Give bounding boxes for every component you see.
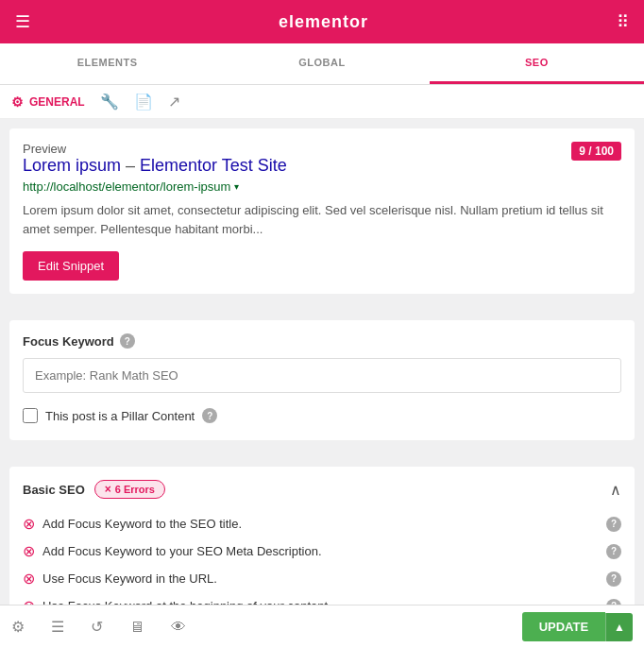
layers-icon[interactable]: ☰	[51, 618, 64, 636]
gear-icon: ⚙	[11, 94, 24, 110]
seo-item-3-help-icon[interactable]: ?	[606, 571, 621, 587]
tab-elements[interactable]: ELEMENTS	[0, 43, 214, 84]
logo: elementor	[279, 12, 368, 32]
bottom-toolbar: ⚙ ☰ ↺ 🖥 👁 UPDATE ▲	[0, 605, 644, 648]
errors-badge-x-icon: ×	[105, 483, 111, 496]
seo-error-item-2: ⊗ Add Focus Keyword to your SEO Meta Des…	[23, 537, 621, 565]
preview-url-chevron-icon[interactable]: ▾	[234, 181, 239, 192]
wrench-icon[interactable]: 🔧	[100, 93, 119, 111]
seo-item-2-help-icon[interactable]: ?	[606, 544, 621, 559]
update-button[interactable]: UPDATE	[522, 612, 605, 641]
edit-snippet-button[interactable]: Edit Snippet	[23, 251, 119, 281]
pillar-content-checkbox[interactable]	[23, 408, 38, 423]
main-tabs: ELEMENTS GLOBAL SEO	[0, 43, 644, 85]
preview-score: 9 / 100	[571, 142, 621, 161]
subtab-general[interactable]: ⚙ GENERAL	[11, 94, 85, 110]
seo-error-text-2: Add Focus Keyword to your SEO Meta Descr…	[42, 544, 599, 558]
preview-title-part1: Lorem ipsum	[23, 156, 121, 175]
top-header: ☰ elementor ⠿	[0, 0, 644, 43]
settings-icon[interactable]: ⚙	[11, 618, 25, 636]
preview-section: Preview 9 / 100 Lorem ipsum – Elementor …	[9, 128, 635, 294]
preview-url: http://localhost/elementor/lorem-ipsum	[23, 179, 230, 194]
focus-keyword-label: Focus Keyword ?	[23, 333, 621, 349]
basic-seo-header: Basic SEO × 6 Errors ∧	[23, 480, 621, 499]
seo-error-item-1: ⊗ Add Focus Keyword to the SEO title. ?	[23, 510, 621, 537]
share-icon[interactable]: ↗	[168, 93, 180, 111]
focus-keyword-help-icon[interactable]: ?	[120, 333, 135, 349]
tab-global[interactable]: GLOBAL	[214, 43, 429, 84]
pillar-content-row: This post is a Pillar Content ?	[23, 404, 621, 427]
basic-seo-left: Basic SEO × 6 Errors	[23, 480, 165, 499]
focus-keyword-section: Focus Keyword ? This post is a Pillar Co…	[9, 320, 635, 440]
seo-item-1-help-icon[interactable]: ?	[606, 517, 621, 532]
document-icon[interactable]: 📄	[134, 93, 153, 111]
preview-description: Lorem ipsum dolor sit amet, consectetur …	[23, 201, 621, 238]
errors-badge: × 6 Errors	[94, 480, 165, 499]
focus-keyword-input[interactable]	[23, 358, 621, 393]
errors-badge-count: 6 Errors	[115, 484, 155, 495]
update-arrow-button[interactable]: ▲	[605, 613, 633, 641]
history-icon[interactable]: ↺	[91, 618, 103, 636]
grid-icon[interactable]: ⠿	[617, 11, 629, 32]
preview-icon[interactable]: 👁	[171, 619, 186, 636]
pillar-content-help-icon[interactable]: ?	[202, 408, 217, 423]
tab-seo[interactable]: SEO	[430, 43, 644, 84]
subtab-general-label: GENERAL	[29, 95, 85, 109]
desktop-icon[interactable]: 🖥	[129, 619, 144, 636]
error-icon-3: ⊗	[23, 570, 35, 588]
update-btn-group: UPDATE ▲	[522, 612, 633, 641]
error-icon-1: ⊗	[23, 515, 35, 533]
divider-2	[0, 450, 644, 457]
collapse-icon[interactable]: ∧	[610, 481, 621, 499]
subtab-row: ⚙ GENERAL 🔧 📄 ↗	[0, 85, 644, 119]
seo-error-text-1: Add Focus Keyword to the SEO title.	[42, 517, 599, 531]
error-icon-2: ⊗	[23, 542, 35, 560]
pillar-content-label: This post is a Pillar Content	[45, 409, 195, 423]
preview-title: Lorem ipsum – Elementor Test Site	[23, 156, 621, 176]
bottom-icons: ⚙ ☰ ↺ 🖥 👁	[11, 618, 186, 636]
basic-seo-title: Basic SEO	[23, 483, 85, 497]
hamburger-icon[interactable]: ☰	[15, 11, 30, 32]
focus-keyword-text: Focus Keyword	[23, 334, 114, 349]
preview-title-separator: –	[121, 156, 140, 175]
preview-url-row: http://localhost/elementor/lorem-ipsum ▾	[23, 179, 621, 194]
preview-label: Preview	[23, 142, 66, 156]
seo-error-text-3: Use Focus Keyword in the URL.	[42, 571, 599, 586]
preview-title-part2: Elementor Test Site	[140, 156, 287, 175]
divider-1	[0, 303, 644, 311]
seo-error-item-3: ⊗ Use Focus Keyword in the URL. ?	[23, 565, 621, 592]
